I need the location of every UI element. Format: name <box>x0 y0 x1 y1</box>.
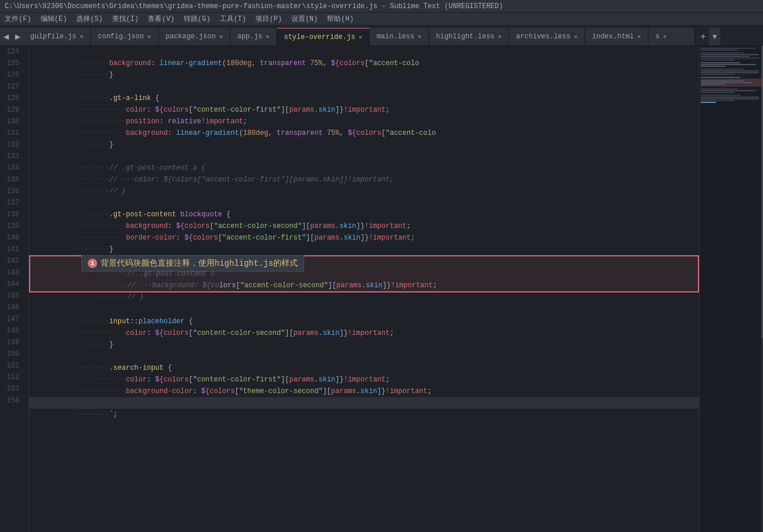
code-line-127: ········.gt-a-link { <box>29 81 699 92</box>
tab-style-override[interactable]: style-override.js ✕ <box>277 28 369 45</box>
tab-close-s[interactable]: ✕ <box>663 33 666 40</box>
code-line-153: ········} <box>29 385 699 397</box>
tab-dropdown-button[interactable]: ▼ <box>709 28 721 45</box>
code-line-150: ········.search-input { <box>29 351 699 362</box>
code-line-132 <box>29 139 699 151</box>
tab-gulpfile[interactable]: gulpfile.js ✕ <box>23 28 91 45</box>
tab-main-less[interactable]: main.less ✕ <box>370 28 429 45</box>
tooltip-badge: 1 <box>88 259 97 268</box>
tab-s[interactable]: s ✕ <box>648 28 695 45</box>
menu-project[interactable]: 项目(P) <box>251 13 287 25</box>
code-line-140: ········} <box>29 232 699 244</box>
tab-close-main-less[interactable]: ✕ <box>418 33 421 40</box>
code-line-124: ········background: linear-gradient(180d… <box>29 46 699 58</box>
menu-file[interactable]: 文件(F) <box>0 13 36 25</box>
code-line-125: ········} <box>29 58 699 69</box>
code-line-130: ············background: linear-gradient(… <box>29 116 699 127</box>
tab-close-highlight-less[interactable]: ✕ <box>498 33 501 40</box>
tab-add-button[interactable]: + <box>697 28 709 45</box>
code-line-131: ········} <box>29 127 699 139</box>
tab-close-package[interactable]: ✕ <box>219 33 223 40</box>
tooltip-text: 背景代码块颜色直接注释，使用highlight.js的样式 <box>101 258 298 269</box>
menu-find[interactable]: 查找(I) <box>108 13 144 25</box>
title-text: C:\Users\92306\Documents\Gridea\themes\g… <box>5 2 503 10</box>
code-area: 124 125 126 127 128 129 130 131 132 133 … <box>0 46 699 532</box>
line-numbers: 124 125 126 127 128 129 130 131 132 133 … <box>0 46 29 532</box>
title-bar: C:\Users\92306\Documents\Gridea\themes\g… <box>0 0 763 13</box>
tab-close-archives-less[interactable]: ✕ <box>574 33 577 40</box>
tab-index-html[interactable]: index.html ✕ <box>585 28 648 45</box>
menu-help[interactable]: 帮助(H) <box>322 13 358 25</box>
tab-bar: ◀ ▶ gulpfile.js ✕ config.json ✕ package.… <box>0 26 763 46</box>
code-line-154: ········`; <box>29 397 699 409</box>
code-line-146: ········input::placeholder { <box>29 304 699 316</box>
code-line-147: ············color: ${colors["content-col… <box>29 316 699 327</box>
tab-app[interactable]: app.js ✕ <box>230 28 277 45</box>
code-line-148: ········} <box>29 327 699 339</box>
tab-close-index-html[interactable]: ✕ <box>637 33 641 40</box>
menu-bar: 文件(F) 编辑(E) 选择(S) 查找(I) 查看(V) 转跳(G) 工具(T… <box>0 13 763 26</box>
tab-close-style-override[interactable]: ✕ <box>359 34 362 41</box>
code-line-134: ········// ···color: ${colors["accent-co… <box>29 162 699 174</box>
tab-prev-button[interactable]: ◀ <box>0 28 12 45</box>
editor-container: 124 125 126 127 128 129 130 131 132 133 … <box>0 46 763 532</box>
code-line-149 <box>29 339 699 351</box>
menu-settings[interactable]: 设置(N) <box>287 13 323 25</box>
code-line-138: ············background: ${colors["accent… <box>29 209 699 220</box>
tab-close-config[interactable]: ✕ <box>147 33 151 40</box>
menu-view[interactable]: 查看(V) <box>143 13 179 25</box>
tab-highlight-less[interactable]: highlight.less ✕ <box>429 28 509 45</box>
code-line-141 <box>29 244 699 255</box>
code-line-133: ········// .gt-post-content a { <box>29 151 699 162</box>
minimap <box>699 46 763 532</box>
tab-close-gulpfile[interactable]: ✕ <box>80 33 83 40</box>
code-line-152: ············background-color: ${colors["… <box>29 374 699 385</box>
code-line-126 <box>29 69 699 81</box>
code-line-145 <box>29 292 699 304</box>
annotated-section: ········// .gt-post-content c ········//… <box>29 255 699 292</box>
code-line-128: ············color: ${colors["content-col… <box>29 92 699 104</box>
menu-select[interactable]: 选择(S) <box>72 13 108 25</box>
code-content[interactable]: ········background: linear-gradient(180d… <box>29 46 699 532</box>
menu-edit[interactable]: 编辑(E) <box>36 13 72 25</box>
code-line-135: ········// } <box>29 174 699 185</box>
code-line-151: ············color: ${colors["content-col… <box>29 362 699 374</box>
code-line-129: ············position: relative!important… <box>29 104 699 116</box>
tab-close-app[interactable]: ✕ <box>266 33 269 40</box>
code-line-137: ········.gt-post-content blockquote { <box>29 197 699 209</box>
tab-config[interactable]: config.json ✕ <box>91 28 158 45</box>
tooltip-popup: 1 背景代码块颜色直接注释，使用highlight.js的样式 <box>81 255 304 272</box>
menu-goto[interactable]: 转跳(G) <box>179 13 215 25</box>
code-line-136 <box>29 185 699 197</box>
tab-next-button[interactable]: ▶ <box>12 28 23 45</box>
code-line-139: ············border-color: ${colors["acce… <box>29 220 699 232</box>
code-line-144: ········// } <box>30 280 698 291</box>
tab-package[interactable]: package.json ✕ <box>159 28 230 45</box>
menu-tools[interactable]: 工具(T) <box>215 13 251 25</box>
tab-archives-less[interactable]: archives.less ✕ <box>509 28 585 45</box>
editor-main[interactable]: 124 125 126 127 128 129 130 131 132 133 … <box>0 46 699 532</box>
